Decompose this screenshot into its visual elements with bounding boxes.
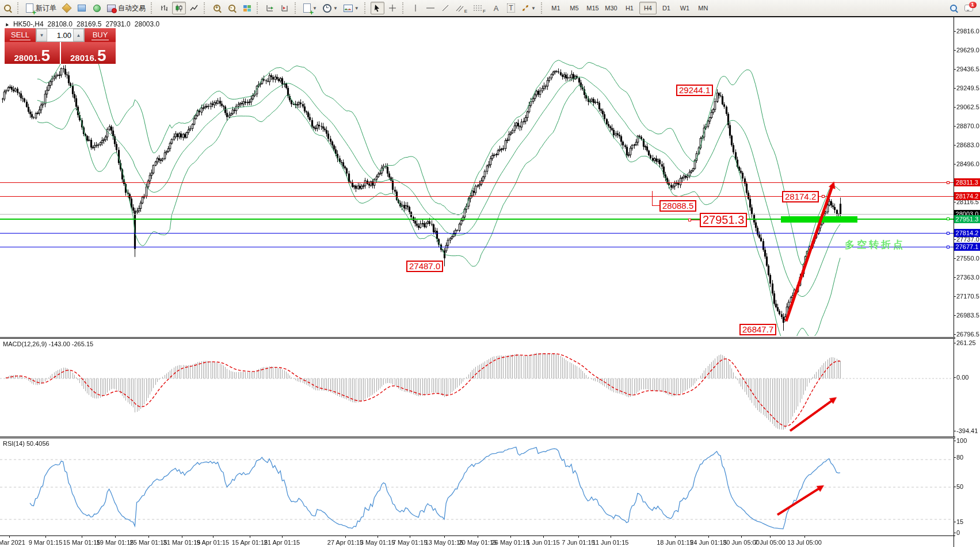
price-annotation-high-label[interactable]: 29244.1 bbox=[676, 85, 713, 96]
price-annotation-level-28088[interactable]: 28088.5 bbox=[659, 200, 696, 212]
new-order-icon bbox=[26, 3, 33, 13]
price-badge: 27677.1 bbox=[954, 243, 980, 251]
time-axis-label: 7 Jul 05:00 bbox=[754, 539, 785, 546]
chart-window[interactable]: ▲ HK50-,H4 28108.0 28169.5 27931.0 28003… bbox=[0, 16, 980, 547]
tab-d1[interactable]: D1 bbox=[658, 2, 675, 14]
auto-scroll-button[interactable] bbox=[263, 2, 277, 14]
buy-price-panel[interactable]: 28016.5 bbox=[61, 42, 116, 64]
line-chart-icon bbox=[190, 4, 198, 12]
time-axis-label: 13 May 01:15 bbox=[425, 539, 464, 546]
horizontal-line-object[interactable] bbox=[0, 233, 954, 234]
tile-windows-button[interactable] bbox=[240, 2, 254, 14]
signals-button[interactable] bbox=[90, 2, 104, 14]
text-label-tool[interactable]: T bbox=[504, 2, 518, 14]
time-axis-tick bbox=[708, 535, 709, 538]
sell-price: 28001. bbox=[14, 53, 41, 62]
time-axis-label: 25 Mar 01:15 bbox=[130, 539, 167, 546]
crosshair-icon bbox=[388, 4, 396, 12]
time-axis-tick bbox=[250, 535, 250, 538]
time-axis-tick bbox=[770, 535, 771, 538]
tab-w1[interactable]: W1 bbox=[676, 2, 693, 14]
time-axis-tick bbox=[510, 535, 511, 538]
zoom-in-button[interactable]: + bbox=[210, 2, 224, 14]
metaeditor-button[interactable] bbox=[60, 2, 74, 14]
volume-input[interactable] bbox=[47, 29, 73, 41]
chart-shift-button[interactable] bbox=[278, 2, 292, 14]
sell-price-panel[interactable]: 28001.5 bbox=[5, 42, 61, 64]
time-axis-label: 9 Apr 01:15 bbox=[197, 539, 229, 546]
chart-title: ▲ HK50-,H4 28108.0 28169.5 27931.0 28003… bbox=[4, 20, 159, 28]
price-annotation-level-28174[interactable]: 28174.2 bbox=[782, 191, 819, 202]
time-axis-tick bbox=[543, 535, 544, 538]
buy-button[interactable]: BUY bbox=[85, 28, 116, 42]
periods-button[interactable]: ▼ bbox=[321, 2, 340, 14]
horizontal-line-tool[interactable] bbox=[424, 2, 437, 14]
zoom-out-button[interactable]: - bbox=[225, 2, 239, 14]
price-annotation-low-26847[interactable]: 26847.7 bbox=[739, 324, 776, 335]
time-axis-label: 13 Jul 05:00 bbox=[787, 539, 822, 546]
macd-axis-tick: 261.25 bbox=[956, 339, 976, 346]
price-axis-tick: 28683.0 bbox=[956, 141, 979, 148]
cursor-tool-button[interactable] bbox=[371, 2, 384, 14]
rsi-axis-tick: 50 bbox=[956, 483, 963, 490]
chart-shift-icon bbox=[281, 4, 289, 12]
chat-icon: 1 bbox=[964, 5, 973, 12]
annotation-connector bbox=[652, 205, 659, 206]
bar-chart-button[interactable] bbox=[157, 2, 171, 14]
price-annotation-level-27951[interactable]: 27951.3 bbox=[700, 213, 747, 227]
notifications-button[interactable]: 1 bbox=[962, 2, 975, 14]
horizontal-line-object[interactable] bbox=[0, 182, 954, 183]
rsi-panel-divider[interactable] bbox=[0, 437, 955, 438]
candlestick-chart-icon bbox=[175, 4, 183, 12]
tab-h4[interactable]: H4 bbox=[639, 2, 657, 14]
chevron-down-icon: ▼ bbox=[354, 6, 359, 11]
macd-panel-divider[interactable] bbox=[0, 337, 955, 339]
volume-decrease-button[interactable]: ▼ bbox=[36, 29, 47, 41]
price-annotation-low-27487[interactable]: 27487.0 bbox=[406, 261, 443, 272]
price-axis-tick: 26983.5 bbox=[956, 312, 979, 319]
time-axis-tick bbox=[148, 535, 149, 538]
sell-button[interactable]: SELL bbox=[5, 28, 36, 42]
templates-button[interactable]: ▼ bbox=[341, 2, 361, 14]
new-order-button[interactable]: 新订单 bbox=[24, 2, 59, 14]
toolbox-button[interactable] bbox=[75, 2, 89, 14]
line-handle[interactable] bbox=[947, 217, 950, 220]
arrows-tool[interactable]: ▼ bbox=[519, 2, 538, 14]
trendline-tool[interactable] bbox=[438, 2, 452, 14]
ohlc-close: 28003.0 bbox=[135, 20, 159, 28]
tab-mn[interactable]: MN bbox=[695, 2, 712, 14]
tab-m30[interactable]: M30 bbox=[603, 2, 620, 14]
one-click-trading-panel: SELL ▼ ▲ BUY 28001.5 28016.5 bbox=[5, 28, 116, 64]
cn-annotation-text[interactable]: 多空转折点 bbox=[845, 238, 905, 251]
tab-m5[interactable]: M5 bbox=[566, 2, 583, 14]
tab-m15[interactable]: M15 bbox=[584, 2, 601, 14]
fibonacci-tool[interactable]: F bbox=[471, 2, 488, 14]
line-handle[interactable] bbox=[947, 181, 950, 184]
volume-increase-button[interactable]: ▲ bbox=[73, 29, 84, 41]
line-handle[interactable] bbox=[947, 246, 950, 248]
autotrading-button[interactable]: 自动交易 bbox=[105, 2, 148, 14]
line-handle[interactable] bbox=[947, 232, 950, 235]
equidistant-channel-tool[interactable]: E bbox=[453, 2, 470, 14]
horizontal-line-object[interactable] bbox=[0, 214, 954, 215]
price-axis-tick: 29062.5 bbox=[956, 104, 979, 110]
vertical-line-tool[interactable] bbox=[409, 2, 422, 14]
toolbar-grip bbox=[204, 2, 208, 14]
crosshair-tool-button[interactable] bbox=[386, 2, 399, 14]
text-tool[interactable]: A bbox=[489, 2, 503, 14]
search-button[interactable] bbox=[947, 2, 960, 14]
trendline-icon bbox=[441, 4, 449, 12]
toolbar-grip bbox=[17, 2, 21, 14]
candlestick-chart-button[interactable] bbox=[172, 2, 186, 14]
time-axis-label: 7 Jun 01:15 bbox=[562, 539, 595, 546]
time-axis-tick bbox=[478, 535, 478, 538]
indicators-button[interactable]: ▼ bbox=[301, 2, 319, 14]
price-axis-tick: 27170.5 bbox=[956, 293, 979, 300]
line-chart-button[interactable] bbox=[187, 2, 201, 14]
market-watch-icon[interactable] bbox=[1, 2, 14, 14]
channel-subscript: E bbox=[464, 9, 467, 14]
tab-m1[interactable]: M1 bbox=[547, 2, 565, 14]
price-chart-canvas[interactable] bbox=[0, 17, 980, 547]
toolbar-grip bbox=[295, 2, 299, 14]
tab-h1[interactable]: H1 bbox=[621, 2, 638, 14]
